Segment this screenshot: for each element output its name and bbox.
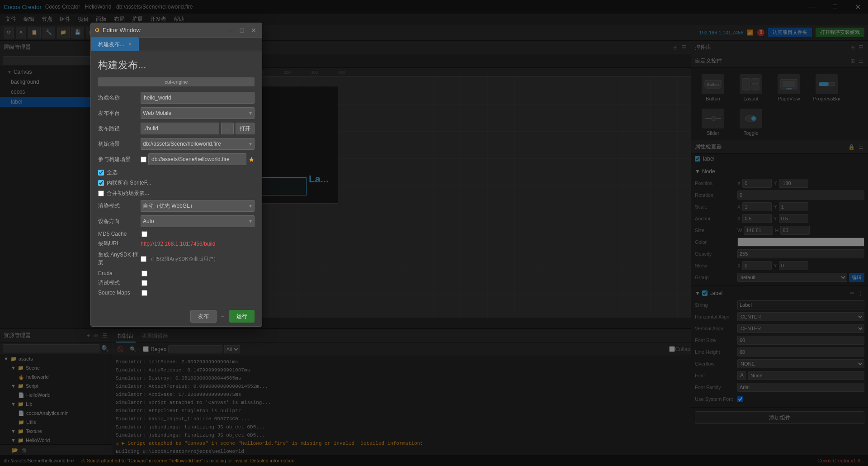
participate-scene-area: ★ [141,153,255,165]
debug-mode-label: 调试模式 [98,279,139,287]
hotupdate-url-link[interactable]: http://192.168.1.101:7456/build [141,241,215,247]
editor-title-bar: ⚙ Editor Window — □ ✕ [91,23,262,38]
render-mode-label: 渲染模式 [98,202,139,210]
editor-tab-build[interactable]: 构建发布... ✕ [91,38,139,51]
all-label: 全选 [107,169,118,176]
device-direction-select-wrap: Auto ▾ [141,215,255,227]
editor-tab-bar: 构建发布... ✕ [91,38,262,51]
source-maps-row: Source Maps [98,290,255,296]
initial-scene-label: 初始场景 [98,140,139,148]
device-direction-label: 设备方向 [98,218,139,225]
eruda-label: Eruda [98,270,139,276]
platform-select-wrap: Web Mobile ▾ [141,107,255,119]
inline-sprites-label: 内联所有 SpriteF... [107,179,151,187]
publish-button[interactable]: 发布 [190,310,217,323]
editor-maximize-btn[interactable]: □ [237,26,246,35]
inline-sprites-checkbox[interactable] [98,180,104,186]
editor-window: ⚙ Editor Window — □ ✕ 构建发布... ✕ 构建发布... … [90,23,262,327]
editor-footer: 发布 → 运行 [91,306,262,326]
anysdk-row: 集成 AnySDK 框架 （H5仅限AnySDK企业版用户） [98,251,255,266]
merge-scenes-checkbox[interactable] [98,190,104,196]
platform-select[interactable]: Web Mobile [141,107,255,119]
editor-minimize-btn[interactable]: — [226,26,235,35]
render-mode-select[interactable]: 自动（优先 WebGL） [141,200,255,212]
device-direction-row: 设备方向 Auto ▾ [98,215,255,227]
game-name-label: 游戏名称 [98,94,139,102]
platform-row: 发布平台 Web Mobile ▾ [98,107,255,119]
engine-bar: cut-engine [98,77,255,86]
publish-path-row: 发布路径 ... 打开 [98,123,255,134]
platform-label: 发布平台 [98,109,139,117]
debug-mode-checkbox[interactable] [142,280,147,286]
build-title: 构建发布... [98,58,255,72]
render-mode-select-wrap: 自动（优先 WebGL） ▾ [141,200,255,212]
publish-path-input-area: ... 打开 [141,123,255,134]
star-icon: ★ [248,155,255,164]
participate-scene-row: 参与构建场景 ★ [98,153,255,165]
eruda-checkbox[interactable] [142,271,147,276]
publish-path-browse-btn[interactable]: ... [221,123,234,134]
arrow-right-icon: → [220,313,226,319]
publish-path-label: 发布路径 [98,125,139,133]
md5-cache-label: MD5 Cache [98,231,139,237]
participate-scene-checkbox[interactable] [141,157,146,162]
initial-scene-select-wrap: db://assets/Scene/helloworld.fire ▾ [141,138,255,150]
modal-overlay: ⚙ Editor Window — □ ✕ 构建发布... ✕ 构建发布... … [0,0,868,466]
merge-scenes-label: 合并初始场景依... [107,190,149,197]
anysdk-label: 集成 AnySDK 框架 [98,251,139,266]
md5-cache-row: MD5 Cache [98,231,255,237]
anysdk-checkbox[interactable] [141,256,146,262]
initial-scene-select[interactable]: db://assets/Scene/helloworld.fire [141,138,255,150]
initial-scene-row: 初始场景 db://assets/Scene/helloworld.fire ▾ [98,138,255,150]
participate-scene-input[interactable] [148,153,246,165]
device-direction-select[interactable]: Auto [141,215,255,227]
eruda-row: Eruda [98,270,255,276]
all-checkbox[interactable] [98,170,104,176]
source-maps-checkbox[interactable] [142,290,147,296]
editor-content: 构建发布... cut-engine 游戏名称 发布平台 Web Mobile … [91,51,262,306]
hotupdate-url-row: 拔码URL http://192.168.1.101:7456/build [98,240,255,247]
anysdk-note: （H5仅限AnySDK企业版用户） [148,256,218,262]
debug-mode-row: 调试模式 [98,279,255,287]
merge-scenes-row: 合并初始场景依... [98,190,255,197]
editor-window-title: Editor Window [103,27,223,33]
game-name-input[interactable] [141,92,255,104]
inline-sprites-row: 内联所有 SpriteF... [98,179,255,187]
tab-close-icon[interactable]: ✕ [128,38,132,51]
md5-cache-checkbox[interactable] [142,231,147,237]
publish-path-open-btn[interactable]: 打开 [236,123,255,134]
run-button[interactable]: 运行 [229,310,255,323]
game-name-row: 游戏名称 [98,92,255,104]
source-maps-label: Source Maps [98,290,139,296]
publish-path-input[interactable] [141,123,219,134]
editor-close-btn[interactable]: ✕ [249,26,258,35]
hotupdate-url-label: 拔码URL [98,240,139,247]
editor-window-icon: ⚙ [94,27,100,33]
participate-scene-label: 参与构建场景 [98,156,139,163]
render-mode-row: 渲染模式 自动（优先 WebGL） ▾ [98,200,255,212]
editor-tab-label: 构建发布... [98,38,124,51]
all-checkbox-row: 全选 [98,169,255,176]
